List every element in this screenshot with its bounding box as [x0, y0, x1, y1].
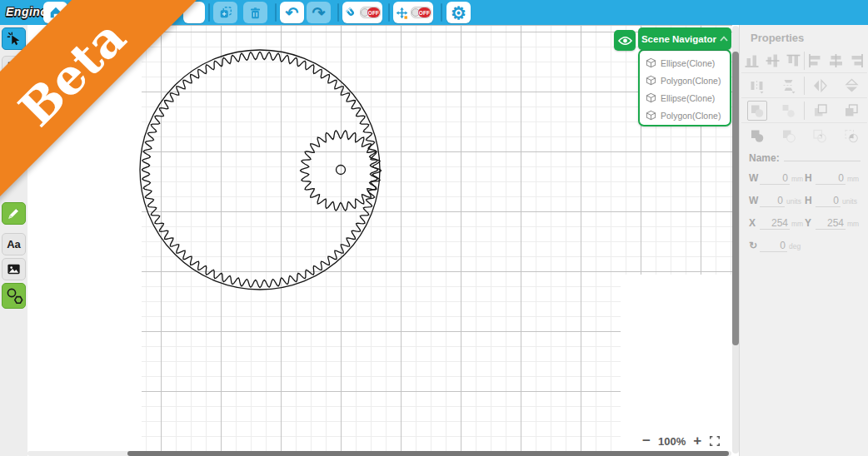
scene-item-label: Ellipse(Clone) — [661, 93, 715, 103]
drawing-canvas[interactable]: − 100% + — [27, 25, 732, 456]
redo-button[interactable]: ↷ — [307, 2, 331, 23]
ungroup-button[interactable] — [773, 98, 805, 122]
bring-forward-button[interactable] — [805, 98, 836, 122]
height-mm-input[interactable]: 0 — [816, 172, 846, 185]
unit-label: units — [785, 197, 805, 206]
scene-item[interactable]: Ellipse(Clone) — [640, 89, 730, 107]
union-icon — [749, 127, 766, 144]
name-field-row: Name: — [749, 152, 861, 167]
flip-horizontal-button[interactable] — [805, 73, 836, 97]
height-units-input[interactable]: 0 — [816, 195, 841, 207]
vertical-scrollbar-thumb[interactable] — [732, 52, 739, 345]
zoom-in-button[interactable]: + — [693, 434, 701, 448]
select-tool-button[interactable] — [2, 27, 26, 50]
redo-icon: ↷ — [312, 5, 326, 21]
horizontal-scrollbar-thumb[interactable] — [127, 451, 729, 456]
y-label: Y — [805, 217, 816, 229]
distribute-vertical-button[interactable] — [773, 73, 805, 97]
align-middle-button[interactable] — [762, 48, 783, 72]
gear-icon: ⚙ — [451, 5, 466, 21]
unit-label: mm — [846, 175, 861, 183]
cube-icon — [646, 110, 656, 121]
scene-item-label: Polygon(Clone) — [661, 76, 721, 86]
pencil-tool-button[interactable] — [2, 202, 26, 225]
position-row: X 254 mm Y 254 mm — [749, 217, 861, 232]
pencil-icon — [6, 206, 22, 221]
width-units-input[interactable]: 0 — [760, 195, 785, 207]
delete-button[interactable] — [243, 2, 267, 23]
x-label: X — [749, 217, 760, 229]
duplicate-button[interactable] — [213, 2, 237, 23]
move-toggle-button[interactable]: OFF — [393, 2, 433, 23]
align-top-icon — [785, 52, 802, 69]
send-backward-icon — [843, 102, 860, 119]
zoom-out-button[interactable]: − — [642, 434, 651, 448]
exclude-button[interactable] — [836, 123, 867, 147]
align-center-icon — [827, 52, 845, 69]
horizontal-scrollbar[interactable] — [27, 451, 731, 456]
union-button[interactable] — [741, 123, 773, 147]
undo-button[interactable]: ↶ — [280, 2, 304, 23]
toolbar-separator — [388, 3, 390, 22]
align-bottom-icon — [743, 52, 761, 69]
properties-panel: Properties — [739, 25, 868, 456]
toggle-off-label: OFF — [418, 7, 431, 17]
align-left-button[interactable] — [805, 48, 826, 72]
size-mm-row: W 0 mm H 0 mm — [749, 172, 861, 187]
image-icon — [6, 261, 22, 277]
scene-item-label: Polygon(Clone) — [661, 111, 721, 121]
scene-item[interactable]: Ellipse(Clone) — [640, 54, 730, 72]
group-icon — [749, 102, 766, 119]
group-button[interactable] — [741, 98, 773, 122]
ungroup-icon — [780, 102, 796, 119]
selected-tool-outline — [747, 101, 767, 121]
magnet-off-toggle[interactable]: OFF — [360, 7, 381, 18]
scene-item[interactable]: Polygon(Clone) — [640, 107, 730, 124]
scene-navigator-title: Scene Navigator — [641, 34, 716, 44]
align-right-icon — [848, 52, 866, 69]
visibility-eye-button[interactable] — [614, 30, 636, 51]
canvas-blank-area — [621, 275, 732, 451]
shapes-tool-button[interactable] — [2, 283, 26, 309]
y-input[interactable]: 254 — [816, 217, 846, 230]
toggle-off-label: OFF — [367, 7, 380, 17]
align-right-button[interactable] — [846, 48, 867, 72]
rotation-row: ↻ 0 deg — [749, 240, 807, 255]
snap-magnet-toggle-button[interactable]: OFF — [342, 2, 382, 23]
unit-label: mm — [790, 220, 805, 228]
scene-item[interactable]: Polygon(Clone) — [640, 72, 730, 89]
align-top-button[interactable] — [783, 48, 804, 72]
intersect-button[interactable] — [805, 123, 836, 147]
name-input[interactable] — [784, 161, 861, 161]
send-backward-button[interactable] — [836, 98, 868, 122]
rotation-input[interactable]: 0 — [760, 240, 787, 252]
cursor-icon — [6, 31, 22, 47]
flip-vertical-button[interactable] — [836, 73, 868, 97]
move-off-toggle[interactable]: OFF — [411, 7, 432, 18]
magnet-icon — [342, 2, 362, 22]
name-label: Name: — [749, 152, 784, 164]
vertical-scrollbar[interactable] — [732, 26, 739, 454]
toolbar-separator — [208, 3, 210, 22]
align-middle-icon — [764, 52, 781, 69]
scene-navigator-header[interactable]: Scene Navigator — [638, 27, 731, 50]
text-tool-button[interactable]: Aa — [2, 233, 26, 255]
toolbar-separator — [441, 3, 442, 22]
distribute-vertical-icon — [780, 77, 797, 94]
fullscreen-icon[interactable] — [709, 435, 721, 447]
bring-forward-icon — [812, 102, 829, 119]
subtract-button[interactable] — [773, 123, 805, 147]
rotate-icon: ↻ — [749, 240, 760, 251]
height-label: H — [805, 172, 816, 184]
align-center-button[interactable] — [826, 48, 846, 72]
image-tool-button[interactable] — [2, 258, 26, 280]
align-bottom-button[interactable] — [741, 48, 762, 72]
properties-title: Properties — [751, 32, 804, 44]
x-input[interactable]: 254 — [760, 217, 790, 230]
eye-icon — [618, 36, 632, 46]
distribute-horizontal-button[interactable] — [741, 73, 773, 97]
settings-button[interactable]: ⚙ — [446, 2, 471, 23]
width-mm-input[interactable]: 0 — [760, 172, 790, 185]
duplicate-icon — [218, 5, 233, 20]
move-arrows-icon — [395, 6, 409, 20]
